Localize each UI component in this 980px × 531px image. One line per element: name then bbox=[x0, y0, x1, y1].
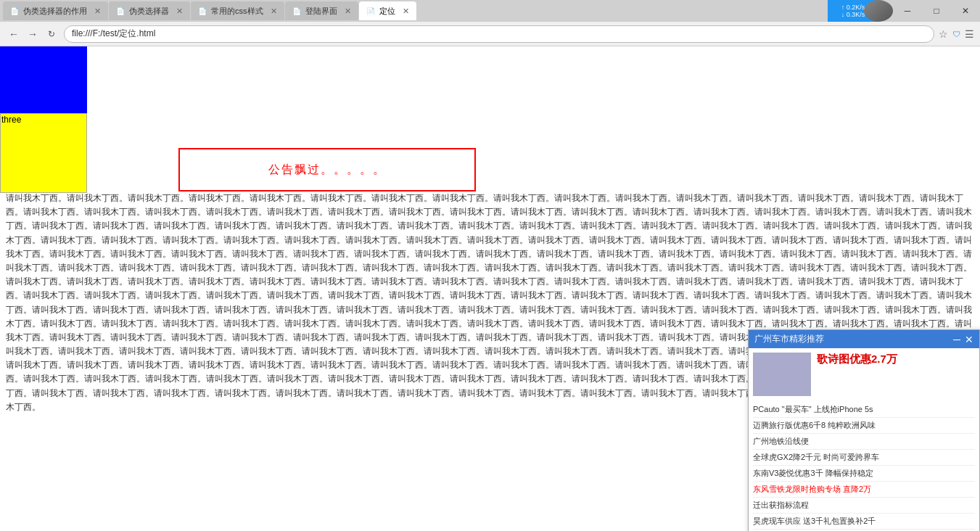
page-content: three 公告飘过。。。。。 请叫我木丁西。请叫我木丁西。请叫我木丁西。请叫我… bbox=[0, 46, 980, 531]
popup-title: 广州车市精彩推荐 bbox=[754, 333, 824, 345]
forward-button[interactable]: → bbox=[25, 26, 41, 42]
popup-body: 歌诗图优惠2.7万 PCauto "最买车" 上线抢iPhone 5s 迈腾旅行… bbox=[749, 348, 979, 531]
popup-main-title: 歌诗图优惠2.7万 bbox=[817, 353, 897, 366]
popup-list-item-6[interactable]: 迁出获指标流程 bbox=[753, 498, 975, 514]
reload-button[interactable]: ↻ bbox=[44, 26, 59, 42]
menu-icon[interactable]: ☰ bbox=[965, 28, 974, 40]
tab-icon-3: 📄 bbox=[292, 7, 301, 15]
user-avatar bbox=[864, 0, 893, 22]
popup-main-item: 歌诗图优惠2.7万 bbox=[753, 353, 975, 396]
tab-label-3: 登陆界面 bbox=[305, 6, 337, 17]
tab-label-1: 伪类选择器 bbox=[129, 6, 169, 17]
window-controls: ─ □ ✕ bbox=[893, 0, 980, 22]
popup-minimize-button[interactable]: ─ bbox=[953, 334, 960, 345]
tab-3[interactable]: 📄 登陆界面 ✕ bbox=[285, 1, 358, 20]
tab-close-4[interactable]: ✕ bbox=[403, 7, 409, 16]
popup-close-button[interactable]: ✕ bbox=[965, 334, 973, 345]
popup-main-info: 歌诗图优惠2.7万 bbox=[817, 353, 897, 396]
announcement-text: 公告飘过。。。。。 bbox=[268, 162, 386, 178]
popup-list-item-2[interactable]: 广州地铁沿线便 bbox=[753, 434, 975, 450]
speed-up: ↑ 0.2K/s bbox=[841, 4, 865, 11]
tab-icon-4: 📄 bbox=[366, 7, 375, 15]
tab-1[interactable]: 📄 伪类选择器 ✕ bbox=[109, 1, 190, 20]
tab-2[interactable]: 📄 常用的css样式 ✕ bbox=[191, 1, 284, 20]
minimize-button[interactable]: ─ bbox=[893, 0, 922, 22]
back-button[interactable]: ← bbox=[6, 26, 22, 42]
tab-label-0: 伪类选择器的作用 bbox=[23, 6, 87, 17]
speed-down: ↓ 0.3K/s bbox=[841, 11, 865, 18]
tab-close-3[interactable]: ✕ bbox=[345, 7, 351, 16]
tab-label-2: 常用的css样式 bbox=[211, 6, 263, 17]
popup-list-item-4[interactable]: 东南V3菱悦优惠3千 降幅保持稳定 bbox=[753, 466, 975, 482]
close-button[interactable]: ✕ bbox=[951, 0, 980, 22]
three-label: three bbox=[1, 115, 21, 125]
popup-list-item-0[interactable]: PCauto "最买车" 上线抢iPhone 5s bbox=[753, 402, 975, 418]
tab-0[interactable]: 📄 伪类选择器的作用 ✕ bbox=[3, 1, 108, 20]
popup-list-item-1[interactable]: 迈腾旅行版优惠6千8 纯粹欧洲风味 bbox=[753, 418, 975, 434]
tab-4[interactable]: 📄 定位 ✕ bbox=[359, 1, 416, 20]
browser-actions: ☆ 🛡 ☰ bbox=[939, 28, 974, 40]
popup-list-item-7[interactable]: 昊虎现车供应 送3千礼包置换补2千 bbox=[753, 514, 975, 530]
tab-bar: 📄 伪类选择器的作用 ✕ 📄 伪类选择器 ✕ 📄 常用的css样式 ✕ 📄 登陆… bbox=[0, 0, 980, 22]
bookmark-icon[interactable]: ☆ bbox=[939, 28, 948, 40]
tab-label-4: 定位 bbox=[379, 6, 395, 17]
popup-list-item-3[interactable]: 全球虎GX2降2千元 时尚可爱跨界车 bbox=[753, 450, 975, 466]
url-box[interactable]: file:///F:/test/定位.html bbox=[64, 25, 934, 43]
tab-close-0[interactable]: ✕ bbox=[94, 7, 101, 16]
popup-list: PCauto "最买车" 上线抢iPhone 5s 迈腾旅行版优惠6千8 纯粹欧… bbox=[753, 402, 975, 530]
shield-icon: 🛡 bbox=[952, 30, 960, 38]
tab-close-1[interactable]: ✕ bbox=[176, 7, 183, 16]
popup-header: 广州车市精彩推荐 ─ ✕ bbox=[749, 330, 979, 348]
tab-icon-1: 📄 bbox=[116, 7, 125, 15]
tab-close-2[interactable]: ✕ bbox=[271, 7, 277, 16]
address-bar: ← → ↻ file:///F:/test/定位.html ☆ 🛡 ☰ bbox=[0, 22, 980, 46]
yellow-block bbox=[0, 113, 87, 193]
nav-buttons: ← → ↻ bbox=[6, 26, 59, 42]
tab-icon-0: 📄 bbox=[10, 7, 19, 15]
popup-list-item-5[interactable]: 东风雪铁龙限时抢购专场 直降2万 bbox=[753, 482, 975, 498]
maximize-button[interactable]: □ bbox=[922, 0, 951, 22]
popup-main-image bbox=[753, 353, 811, 396]
tab-icon-2: 📄 bbox=[198, 7, 207, 15]
blue-block bbox=[0, 46, 87, 119]
announcement-box: 公告飘过。。。。。 bbox=[178, 148, 476, 192]
popup: 广州车市精彩推荐 ─ ✕ 歌诗图优惠2.7万 PCauto "最买车" 上线抢i… bbox=[748, 329, 980, 531]
